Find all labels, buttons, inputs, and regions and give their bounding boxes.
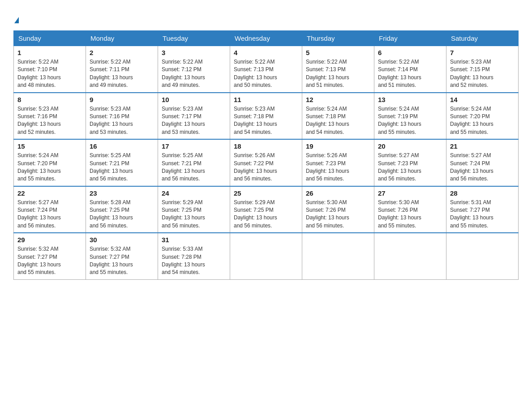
day-info: Sunrise: 5:26 AMSunset: 7:23 PMDaylight:… [306, 152, 370, 183]
day-number: 9 [90, 96, 154, 103]
calendar-table: SundayMondayTuesdayWednesdayThursdayFrid… [13, 30, 519, 280]
calendar-cell: 4Sunrise: 5:22 AMSunset: 7:13 PMDaylight… [230, 46, 302, 93]
calendar-cell: 2Sunrise: 5:22 AMSunset: 7:11 PMDaylight… [86, 46, 158, 93]
page-header [13, 9, 519, 26]
calendar-cell: 9Sunrise: 5:23 AMSunset: 7:16 PMDaylight… [86, 93, 158, 140]
day-number: 14 [450, 96, 515, 103]
week-row-4: 22Sunrise: 5:27 AMSunset: 7:24 PMDayligh… [14, 186, 519, 233]
weekday-header-wednesday: Wednesday [230, 31, 302, 46]
week-row-1: 1Sunrise: 5:22 AMSunset: 7:10 PMDaylight… [14, 46, 519, 93]
day-number: 13 [378, 96, 442, 103]
day-info: Sunrise: 5:31 AMSunset: 7:27 PMDaylight:… [450, 199, 515, 230]
weekday-header-sunday: Sunday [14, 31, 86, 46]
day-info: Sunrise: 5:23 AMSunset: 7:16 PMDaylight:… [17, 105, 82, 137]
calendar-cell: 26Sunrise: 5:30 AMSunset: 7:26 PMDayligh… [302, 186, 374, 233]
day-info: Sunrise: 5:22 AMSunset: 7:10 PMDaylight:… [17, 58, 82, 90]
calendar-cell: 12Sunrise: 5:24 AMSunset: 7:18 PMDayligh… [302, 93, 374, 140]
day-number: 24 [162, 189, 226, 197]
day-info: Sunrise: 5:25 AMSunset: 7:21 PMDaylight:… [90, 152, 154, 183]
day-info: Sunrise: 5:30 AMSunset: 7:26 PMDaylight:… [378, 199, 442, 230]
calendar-cell [374, 233, 446, 279]
calendar-cell: 6Sunrise: 5:22 AMSunset: 7:14 PMDaylight… [374, 46, 446, 93]
calendar-cell: 13Sunrise: 5:24 AMSunset: 7:19 PMDayligh… [374, 93, 446, 140]
day-info: Sunrise: 5:22 AMSunset: 7:12 PMDaylight:… [162, 58, 226, 90]
day-info: Sunrise: 5:24 AMSunset: 7:18 PMDaylight:… [306, 105, 370, 137]
day-info: Sunrise: 5:32 AMSunset: 7:27 PMDaylight:… [90, 245, 154, 277]
day-info: Sunrise: 5:22 AMSunset: 7:13 PMDaylight:… [306, 58, 370, 90]
calendar-cell: 5Sunrise: 5:22 AMSunset: 7:13 PMDaylight… [302, 46, 374, 93]
calendar-cell: 7Sunrise: 5:23 AMSunset: 7:15 PMDaylight… [446, 46, 519, 93]
week-row-5: 29Sunrise: 5:32 AMSunset: 7:27 PMDayligh… [14, 233, 519, 279]
calendar-cell: 17Sunrise: 5:25 AMSunset: 7:21 PMDayligh… [158, 139, 230, 186]
day-info: Sunrise: 5:24 AMSunset: 7:19 PMDaylight:… [378, 105, 442, 137]
day-number: 18 [234, 142, 298, 150]
day-info: Sunrise: 5:27 AMSunset: 7:24 PMDaylight:… [17, 199, 82, 230]
calendar-cell: 27Sunrise: 5:30 AMSunset: 7:26 PMDayligh… [374, 186, 446, 233]
day-info: Sunrise: 5:23 AMSunset: 7:15 PMDaylight:… [450, 58, 515, 90]
day-number: 22 [17, 189, 82, 197]
day-info: Sunrise: 5:27 AMSunset: 7:24 PMDaylight:… [450, 152, 515, 183]
day-info: Sunrise: 5:24 AMSunset: 7:20 PMDaylight:… [17, 152, 82, 183]
day-number: 7 [450, 49, 515, 56]
calendar-cell: 24Sunrise: 5:29 AMSunset: 7:25 PMDayligh… [158, 186, 230, 233]
day-info: Sunrise: 5:30 AMSunset: 7:26 PMDaylight:… [306, 199, 370, 230]
day-info: Sunrise: 5:22 AMSunset: 7:14 PMDaylight:… [378, 58, 442, 90]
calendar-cell: 23Sunrise: 5:28 AMSunset: 7:25 PMDayligh… [86, 186, 158, 233]
calendar-cell: 20Sunrise: 5:27 AMSunset: 7:23 PMDayligh… [374, 139, 446, 186]
calendar-cell: 29Sunrise: 5:32 AMSunset: 7:27 PMDayligh… [14, 233, 86, 279]
day-number: 6 [378, 49, 442, 56]
logo-top [13, 13, 19, 26]
day-number: 17 [162, 142, 226, 150]
day-number: 15 [17, 142, 82, 150]
day-info: Sunrise: 5:28 AMSunset: 7:25 PMDaylight:… [90, 199, 154, 230]
day-number: 16 [90, 142, 154, 150]
day-number: 19 [306, 142, 370, 150]
day-info: Sunrise: 5:24 AMSunset: 7:20 PMDaylight:… [450, 105, 515, 137]
calendar-cell: 16Sunrise: 5:25 AMSunset: 7:21 PMDayligh… [86, 139, 158, 186]
calendar-cell: 18Sunrise: 5:26 AMSunset: 7:22 PMDayligh… [230, 139, 302, 186]
calendar-cell: 10Sunrise: 5:23 AMSunset: 7:17 PMDayligh… [158, 93, 230, 140]
calendar-cell: 28Sunrise: 5:31 AMSunset: 7:27 PMDayligh… [446, 186, 519, 233]
calendar-cell: 3Sunrise: 5:22 AMSunset: 7:12 PMDaylight… [158, 46, 230, 93]
calendar-cell: 11Sunrise: 5:23 AMSunset: 7:18 PMDayligh… [230, 93, 302, 140]
logo-triangle-icon [14, 17, 19, 23]
calendar-cell [302, 233, 374, 279]
calendar-cell: 8Sunrise: 5:23 AMSunset: 7:16 PMDaylight… [14, 93, 86, 140]
day-info: Sunrise: 5:29 AMSunset: 7:25 PMDaylight:… [234, 199, 298, 230]
day-number: 30 [90, 236, 154, 244]
day-info: Sunrise: 5:29 AMSunset: 7:25 PMDaylight:… [162, 199, 226, 230]
day-number: 4 [234, 49, 298, 56]
day-info: Sunrise: 5:27 AMSunset: 7:23 PMDaylight:… [378, 152, 442, 183]
day-info: Sunrise: 5:32 AMSunset: 7:27 PMDaylight:… [17, 245, 82, 277]
calendar-cell: 14Sunrise: 5:24 AMSunset: 7:20 PMDayligh… [446, 93, 519, 140]
day-info: Sunrise: 5:23 AMSunset: 7:17 PMDaylight:… [162, 105, 226, 137]
calendar-cell: 1Sunrise: 5:22 AMSunset: 7:10 PMDaylight… [14, 46, 86, 93]
day-number: 26 [306, 189, 370, 197]
calendar-cell: 25Sunrise: 5:29 AMSunset: 7:25 PMDayligh… [230, 186, 302, 233]
day-number: 11 [234, 96, 298, 103]
day-number: 5 [306, 49, 370, 56]
week-row-2: 8Sunrise: 5:23 AMSunset: 7:16 PMDaylight… [14, 93, 519, 140]
day-number: 8 [17, 96, 82, 103]
day-info: Sunrise: 5:25 AMSunset: 7:21 PMDaylight:… [162, 152, 226, 183]
day-info: Sunrise: 5:33 AMSunset: 7:28 PMDaylight:… [162, 245, 226, 277]
calendar-cell: 15Sunrise: 5:24 AMSunset: 7:20 PMDayligh… [14, 139, 86, 186]
day-number: 2 [90, 49, 154, 56]
day-number: 1 [17, 49, 82, 56]
day-number: 29 [17, 236, 82, 244]
weekday-header-tuesday: Tuesday [158, 31, 230, 46]
calendar-cell [446, 233, 519, 279]
day-info: Sunrise: 5:26 AMSunset: 7:22 PMDaylight:… [234, 152, 298, 183]
day-number: 10 [162, 96, 226, 103]
day-info: Sunrise: 5:22 AMSunset: 7:13 PMDaylight:… [234, 58, 298, 90]
day-number: 27 [378, 189, 442, 197]
day-info: Sunrise: 5:23 AMSunset: 7:18 PMDaylight:… [234, 105, 298, 137]
calendar-cell [230, 233, 302, 279]
weekday-header-monday: Monday [86, 31, 158, 46]
logo [13, 13, 19, 26]
day-number: 21 [450, 142, 515, 150]
calendar-cell: 31Sunrise: 5:33 AMSunset: 7:28 PMDayligh… [158, 233, 230, 279]
day-number: 3 [162, 49, 226, 56]
day-number: 28 [450, 189, 515, 197]
calendar-cell: 21Sunrise: 5:27 AMSunset: 7:24 PMDayligh… [446, 139, 519, 186]
